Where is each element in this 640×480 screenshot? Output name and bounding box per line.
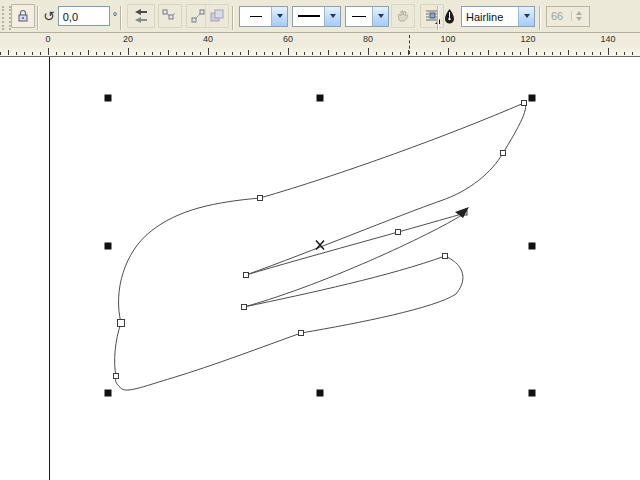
nib-angle-spinner[interactable]: 66 [546, 6, 590, 27]
curve-node[interactable] [244, 273, 249, 278]
selected-curve[interactable] [115, 103, 526, 390]
pen-nib-icon [443, 8, 456, 25]
separator [437, 6, 439, 30]
lock-button[interactable] [11, 4, 35, 28]
selection-handle[interactable] [105, 243, 112, 250]
selection-handle[interactable] [105, 95, 112, 102]
ruler-position-marker [409, 35, 410, 54]
drawing-canvas[interactable] [0, 57, 640, 480]
text-wrap-button[interactable] [420, 4, 444, 28]
curve-node[interactable] [114, 374, 119, 379]
combine-button[interactable] [205, 4, 229, 28]
separator [37, 6, 39, 30]
polyline-nodes-button[interactable] [158, 4, 182, 28]
curve-node[interactable] [242, 305, 247, 310]
dropdown-chevron-icon [330, 14, 336, 18]
dropdown-arrow-button[interactable] [324, 7, 340, 26]
outline-style-combo[interactable] [292, 6, 341, 27]
spinner-arrows-icon [571, 11, 582, 21]
rotate-ccw-icon: ↺ [43, 8, 55, 24]
dropdown-chevron-icon [524, 14, 530, 18]
dropdown-arrow-button[interactable] [518, 7, 534, 26]
degree-label: ° [113, 10, 117, 22]
curve-node[interactable] [522, 101, 527, 106]
end-arrowhead-combo[interactable] [345, 6, 389, 27]
pan-button[interactable] [391, 4, 415, 28]
end-arrowhead-sample [352, 16, 366, 17]
separator [232, 6, 234, 30]
curve-node[interactable] [501, 151, 506, 156]
outline-style-sample [298, 15, 320, 17]
rotation-angle-input[interactable] [58, 6, 110, 26]
outline-width-combo[interactable]: Hairline [461, 6, 535, 27]
separator [120, 6, 122, 30]
curve-node[interactable] [258, 196, 263, 201]
curve-node[interactable] [299, 331, 304, 336]
lock-icon [16, 9, 30, 23]
property-bar: ↺ ° [0, 0, 640, 33]
curve-node[interactable] [118, 320, 125, 327]
mirror-button[interactable] [127, 4, 155, 28]
curve-nodes [114, 101, 527, 379]
dropdown-arrow-button[interactable] [372, 7, 388, 26]
pan-hand-icon [395, 8, 411, 24]
selection-handle[interactable] [105, 390, 112, 397]
vector-editor-window: ↺ ° [0, 0, 640, 480]
nib-angle-value: 66 [547, 10, 567, 22]
line-nodes-icon [190, 8, 206, 24]
start-arrowhead-combo[interactable] [239, 6, 288, 27]
polyline-nodes-icon [162, 8, 178, 24]
selection-handle[interactable] [529, 243, 536, 250]
outline-width-value: Hairline [462, 9, 506, 23]
start-arrowhead-sample [250, 16, 262, 17]
dropdown-arrow-button[interactable] [271, 7, 287, 26]
horizontal-ruler[interactable]: 020406080100120140 [0, 33, 640, 57]
combine-icon [209, 8, 225, 24]
dropdown-chevron-icon [277, 14, 283, 18]
selection-center-marker[interactable] [316, 241, 324, 250]
separator [539, 6, 541, 30]
selection-handle[interactable] [529, 95, 536, 102]
curve-node[interactable] [443, 254, 448, 259]
selection-handle[interactable] [529, 390, 536, 397]
curve-node[interactable] [396, 230, 401, 235]
selection-handle[interactable] [317, 95, 324, 102]
dropdown-chevron-icon [378, 14, 384, 18]
mirror-icon [132, 7, 150, 25]
selection-handle[interactable] [317, 390, 324, 397]
